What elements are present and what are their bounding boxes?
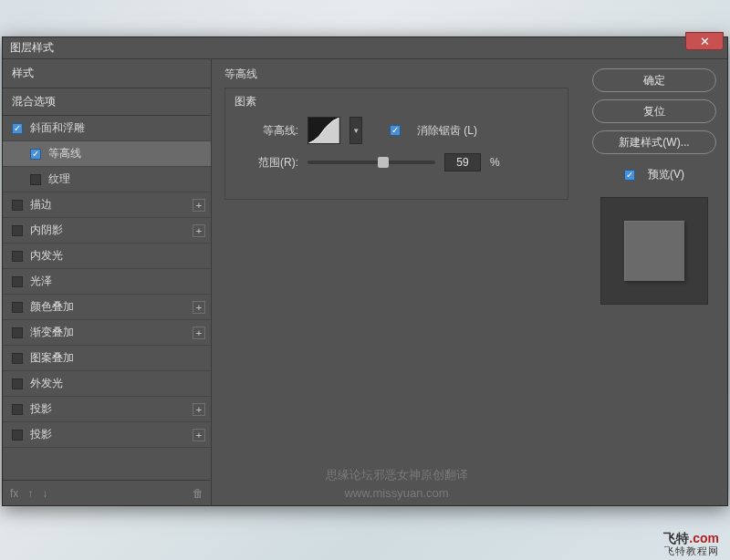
close-button[interactable]: ✕	[685, 32, 724, 50]
add-effect-icon[interactable]: +	[193, 301, 205, 314]
watermark: 思缘论坛邪恶女神原创翻译 www.missyuan.com	[212, 466, 581, 502]
style-label: 投影	[30, 427, 52, 442]
style-item[interactable]: 内发光	[3, 244, 211, 269]
elements-group: 图素 等高线: ▾ 消除锯齿 (L) 范围(R):	[224, 88, 568, 200]
style-checkbox[interactable]	[12, 200, 23, 211]
chevron-down-icon: ▾	[354, 126, 359, 135]
style-item[interactable]: 内阴影+	[3, 218, 211, 244]
watermark-line1: 思缘论坛邪恶女神原创翻译	[212, 466, 581, 484]
style-item[interactable]: 外发光	[3, 371, 211, 397]
style-label: 内阴影	[30, 223, 63, 238]
style-checkbox[interactable]	[12, 251, 23, 262]
antialias-checkbox[interactable]	[390, 125, 401, 136]
style-item[interactable]: 纹理	[3, 167, 211, 192]
style-label: 等高线	[48, 146, 81, 161]
style-checkbox[interactable]	[12, 123, 23, 134]
close-icon: ✕	[700, 35, 710, 48]
trash-icon[interactable]: 🗑	[193, 487, 203, 500]
contour-dropdown-arrow[interactable]: ▾	[349, 117, 362, 144]
logo-sub: 飞特教程网	[663, 545, 719, 556]
percent-sign: %	[490, 156, 500, 169]
styles-header[interactable]: 样式	[3, 59, 211, 88]
new-style-button[interactable]: 新建样式(W)...	[592, 130, 716, 154]
add-effect-icon[interactable]: +	[193, 429, 205, 441]
action-panel: 确定 复位 新建样式(W)... 预览(V)	[581, 59, 727, 505]
style-checkbox[interactable]	[12, 353, 23, 364]
settings-panel: 等高线 图素 等高线: ▾ 消除锯齿 (L) 范围(R):	[212, 59, 581, 505]
contour-row: 等高线: ▾ 消除锯齿 (L)	[235, 117, 558, 144]
style-list: 斜面和浮雕等高线纹理描边+内阴影+内发光光泽颜色叠加+渐变叠加+图案叠加外发光投…	[3, 116, 211, 448]
reset-button[interactable]: 复位	[592, 99, 716, 123]
range-row: 范围(R): %	[235, 153, 558, 171]
style-label: 颜色叠加	[30, 299, 74, 315]
style-checkbox[interactable]	[12, 430, 23, 441]
style-item[interactable]: 图案叠加	[3, 346, 211, 371]
contour-label: 等高线:	[235, 123, 298, 139]
range-label: 范围(R):	[235, 155, 298, 171]
preview-label: 预览(V)	[648, 167, 684, 182]
styles-panel: 样式 混合选项 斜面和浮雕等高线纹理描边+内阴影+内发光光泽颜色叠加+渐变叠加+…	[3, 59, 212, 505]
style-label: 图案叠加	[30, 350, 74, 366]
style-item[interactable]: 颜色叠加+	[3, 295, 211, 320]
ok-button[interactable]: 确定	[592, 68, 716, 92]
style-label: 斜面和浮雕	[30, 120, 85, 136]
preview-checkbox[interactable]	[624, 170, 635, 181]
style-item[interactable]: 等高线	[3, 141, 211, 167]
add-effect-icon[interactable]: +	[193, 224, 205, 237]
style-checkbox[interactable]	[12, 302, 23, 313]
dialog-title: 图层样式	[10, 40, 54, 56]
style-checkbox[interactable]	[12, 276, 23, 287]
range-slider[interactable]	[308, 161, 435, 164]
style-label: 纹理	[48, 171, 70, 187]
slider-thumb[interactable]	[378, 157, 389, 168]
style-checkbox[interactable]	[12, 225, 23, 236]
preview-swatch	[624, 221, 684, 281]
antialias-label: 消除锯齿 (L)	[417, 123, 477, 139]
add-effect-icon[interactable]: +	[193, 199, 205, 212]
logo-main1: 飞特	[663, 531, 689, 545]
style-label: 外发光	[30, 376, 63, 391]
style-label: 内发光	[30, 248, 63, 264]
style-checkbox[interactable]	[12, 379, 23, 389]
style-item[interactable]: 投影+	[3, 422, 211, 448]
move-up-icon[interactable]: ↑	[27, 487, 33, 500]
dialog-body: 样式 混合选项 斜面和浮雕等高线纹理描边+内阴影+内发光光泽颜色叠加+渐变叠加+…	[3, 59, 727, 505]
add-effect-icon[interactable]: +	[193, 403, 205, 416]
site-logo: 飞特.com 飞特教程网	[663, 532, 719, 556]
fx-icon[interactable]: fx	[10, 487, 18, 500]
style-item[interactable]: 投影+	[3, 397, 211, 422]
style-label: 渐变叠加	[30, 325, 74, 340]
style-item[interactable]: 光泽	[3, 269, 211, 295]
titlebar[interactable]: 图层样式 ✕	[3, 37, 727, 59]
layer-style-dialog: 图层样式 ✕ 样式 混合选项 斜面和浮雕等高线纹理描边+内阴影+内发光光泽颜色叠…	[2, 36, 728, 506]
preview-toggle-row: 预览(V)	[624, 167, 684, 182]
range-input[interactable]	[444, 153, 481, 171]
watermark-line2: www.missyuan.com	[212, 484, 581, 503]
logo-main2: .com	[689, 531, 719, 545]
contour-picker[interactable]	[308, 117, 340, 144]
move-down-icon[interactable]: ↓	[42, 487, 47, 500]
style-checkbox[interactable]	[12, 404, 23, 415]
add-effect-icon[interactable]: +	[193, 327, 205, 339]
blending-options[interactable]: 混合选项	[3, 88, 211, 116]
section-title: 等高线	[224, 67, 568, 82]
elements-label: 图素	[235, 94, 558, 109]
style-label: 投影	[30, 401, 52, 417]
style-label: 光泽	[30, 274, 52, 289]
preview-box	[600, 197, 708, 305]
style-checkbox[interactable]	[30, 149, 41, 160]
styles-footer: fx ↑ ↓ 🗑	[3, 480, 211, 505]
style-item[interactable]: 斜面和浮雕	[3, 116, 211, 141]
style-item[interactable]: 描边+	[3, 192, 211, 218]
style-item[interactable]: 渐变叠加+	[3, 320, 211, 346]
style-checkbox[interactable]	[12, 327, 23, 338]
style-checkbox[interactable]	[30, 174, 41, 185]
style-label: 描边	[30, 197, 52, 213]
